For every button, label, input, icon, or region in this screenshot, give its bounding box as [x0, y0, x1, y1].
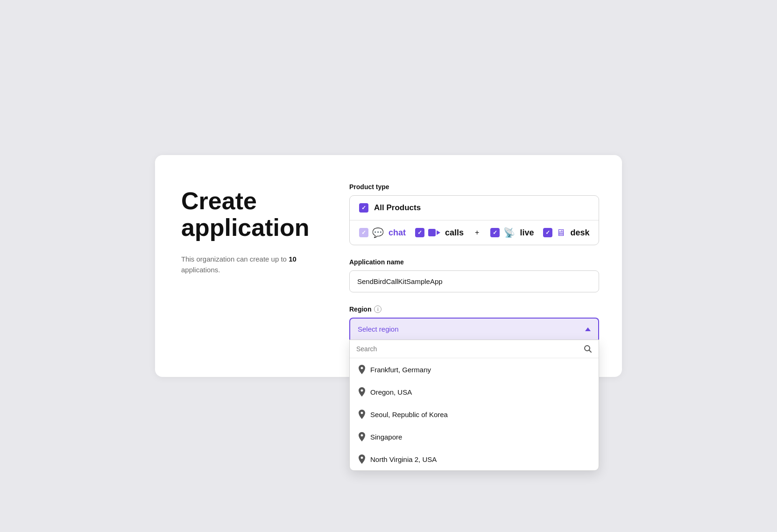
product-type-label: Product type [349, 183, 599, 191]
live-label: live [520, 228, 534, 238]
region-option-label: North Virginia 2, USA [370, 455, 437, 463]
location-pin-icon [358, 387, 366, 397]
region-search-row [350, 340, 599, 358]
region-placeholder: Select region [358, 325, 399, 333]
desk-checkbox[interactable]: ✓ [543, 228, 552, 237]
chat-product-item[interactable]: ✓ 💬 chat [359, 227, 406, 238]
region-option-label: Oregon, USA [370, 388, 412, 396]
subtitle-text: This organization can create up to 10 ap… [181, 254, 312, 275]
product-type-field: Product type ✓ All Products ✓ [349, 183, 599, 245]
calls-product-item[interactable]: ✓ calls [415, 228, 464, 238]
region-option-singapore[interactable]: Singapore [350, 426, 599, 448]
app-name-input[interactable] [349, 270, 599, 292]
live-product-item[interactable]: ✓ 📡 live [490, 227, 534, 238]
svg-line-1 [589, 350, 592, 353]
region-field: Region i Select region [349, 305, 599, 340]
chat-checkbox[interactable]: ✓ [359, 228, 368, 237]
product-type-box: ✓ All Products ✓ 💬 chat [349, 195, 599, 245]
region-option-label: Singapore [370, 433, 402, 441]
region-option-seoul[interactable]: Seoul, Republic of Korea [350, 403, 599, 426]
region-select-button[interactable]: Select region [349, 318, 599, 340]
region-dropdown-wrapper: Select region [349, 318, 599, 340]
right-panel: Product type ✓ All Products ✓ [349, 183, 599, 340]
live-checkbox[interactable]: ✓ [490, 228, 500, 237]
location-pin-icon [358, 454, 366, 464]
desk-product-item[interactable]: ✓ 🖥 desk [543, 227, 589, 238]
desk-label: desk [570, 228, 589, 238]
create-application-card: Create application This organization can… [155, 155, 622, 377]
region-info-icon: i [374, 305, 381, 313]
search-icon [584, 345, 592, 353]
all-products-label: All Products [374, 203, 421, 213]
region-option-north-virginia[interactable]: North Virginia 2, USA [350, 448, 599, 470]
calls-checkbox[interactable]: ✓ [415, 228, 424, 237]
products-row: ✓ 💬 chat ✓ calls [350, 220, 599, 245]
region-option-label: Seoul, Republic of Korea [370, 411, 448, 419]
region-dropdown-panel: Frankfurt, Germany Oregon, USA Seoul, Re… [349, 340, 599, 471]
chat-label: chat [388, 228, 406, 238]
calls-label: calls [445, 228, 464, 238]
all-products-checkbox[interactable]: ✓ [359, 203, 368, 213]
app-name-label: Application name [349, 258, 599, 266]
location-pin-icon [358, 365, 366, 374]
plus-sign: + [475, 228, 479, 237]
app-name-field: Application name [349, 258, 599, 292]
all-products-row[interactable]: ✓ All Products [350, 196, 599, 220]
region-label: Region i [349, 305, 599, 313]
left-panel: Create application This organization can… [181, 183, 312, 340]
region-option-oregon[interactable]: Oregon, USA [350, 381, 599, 403]
chevron-up-icon [585, 327, 591, 331]
region-search-input[interactable] [356, 345, 580, 353]
region-option-label: Frankfurt, Germany [370, 366, 431, 374]
page-title: Create application [181, 188, 312, 241]
location-pin-icon [358, 410, 366, 419]
region-option-frankfurt[interactable]: Frankfurt, Germany [350, 358, 599, 381]
location-pin-icon [358, 432, 366, 441]
